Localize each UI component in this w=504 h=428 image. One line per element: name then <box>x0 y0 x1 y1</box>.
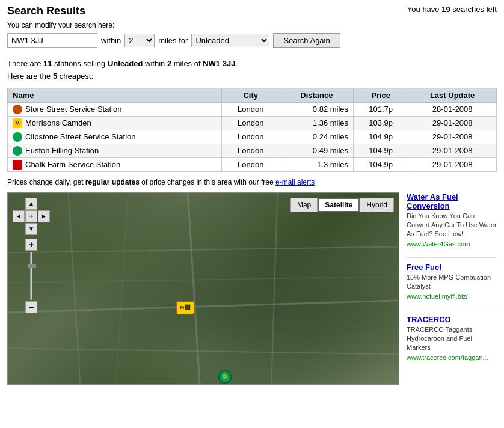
map-type-satellite-button[interactable]: Satellite <box>318 198 360 212</box>
summary-count: 11 <box>43 59 52 68</box>
station-name: Euston Filling Station <box>25 146 99 155</box>
map-controls: ▲ ◄ ✛ ► ▼ + − <box>13 198 50 313</box>
zoom-out-button[interactable]: − <box>25 301 37 313</box>
fuel-select[interactable]: Unleaded Super Unleaded Diesel Premium D… <box>191 34 269 47</box>
last-update-cell: 28-01-2008 <box>408 102 497 116</box>
price-note-text1: Prices change daily, get <box>7 178 85 186</box>
station-icon-bp <box>13 146 22 156</box>
map-ads-row: ▲ ◄ ✛ ► ▼ + − Map Satellite Hybrid <box>0 192 504 385</box>
svg-line-6 <box>116 193 128 384</box>
city-cell: London <box>221 157 280 171</box>
ad-url-2[interactable]: www.ncfuel.myffi.biz/ <box>407 293 497 300</box>
morrisons-marker[interactable]: M 🅾 <box>176 301 194 314</box>
station-name: Chalk Farm Service Station <box>25 160 120 169</box>
search-again-button[interactable]: Search Again <box>273 33 340 48</box>
miles-label: miles for <box>158 36 188 45</box>
city-cell: London <box>221 130 280 144</box>
last-update-cell: 29-01-2008 <box>408 144 497 157</box>
zoom-bar <box>30 252 32 300</box>
last-update-cell: 29-01-2008 <box>408 157 497 171</box>
ad-text-3: TRACERCO Taggants Hydrocarbon and Fuel M… <box>407 325 497 353</box>
nav-placeholder-br <box>38 223 50 235</box>
ad-item-1: Water As Fuel Conversion Did You Know Yo… <box>407 192 497 248</box>
ad-item-3: TRACERCO TRACERCO Taggants Hydrocarbon a… <box>407 315 497 361</box>
ad-title-3[interactable]: TRACERCO <box>407 315 497 324</box>
map-type-map-button[interactable]: Map <box>290 198 318 212</box>
ad-url-1[interactable]: www.Water4Gas.com <box>407 240 497 248</box>
ad-separator-1 <box>407 257 497 258</box>
station-icon-store <box>13 105 22 114</box>
last-update-cell: 29-01-2008 <box>408 130 497 144</box>
svg-line-3 <box>271 193 277 384</box>
svg-line-7 <box>8 277 398 283</box>
ad-text-2: 15% More MPG Combustion Catalyst <box>407 273 497 292</box>
zoom-handle[interactable] <box>28 264 36 268</box>
zoom-in-button[interactable]: + <box>25 239 37 251</box>
top-bar: Search Results You have 19 searches left <box>0 0 504 20</box>
table-row: Chalk Farm Service Station London 1.3 mi… <box>8 157 497 171</box>
last-update-cell: 29-01-2008 <box>408 116 497 130</box>
searches-left-prefix: You have <box>407 5 441 14</box>
svg-line-4 <box>8 246 398 252</box>
table-row: Clipstone Street Service Station London … <box>8 130 497 144</box>
page-title: Search Results <box>7 5 85 17</box>
distance-cell: 0.49 miles <box>280 144 353 157</box>
name-cell: Euston Filling Station <box>8 144 222 157</box>
svg-line-2 <box>188 193 200 384</box>
price-note: Prices change daily, get regular updates… <box>0 172 504 192</box>
map-roads-overlay <box>8 193 399 384</box>
map-zoom-control: + − <box>13 239 50 313</box>
distance-cell: 1.36 miles <box>280 116 353 130</box>
summary-line2-prefix: Here are the <box>7 72 53 81</box>
ad-url-3[interactable]: www.tracerco.com/taggan... <box>407 354 497 361</box>
city-cell: London <box>221 102 280 116</box>
map-type-controls: Map Satellite Hybrid <box>290 198 394 212</box>
nav-up-button[interactable]: ▲ <box>25 198 37 210</box>
price-cell: 104.9p <box>354 130 408 144</box>
col-header-last-update: Last Update <box>408 88 497 102</box>
map-navigation: ▲ ◄ ✛ ► ▼ <box>13 198 50 235</box>
distance-cell: 0.82 miles <box>280 102 353 116</box>
summary-mid3: miles of <box>171 59 203 68</box>
station-name: Clipstone Street Service Station <box>25 132 136 141</box>
summary-postcode: NW1 3JJ <box>203 59 235 68</box>
distance-cell: 1.3 miles <box>280 157 353 171</box>
modify-text: You can modify your search here: <box>7 21 497 29</box>
map-container[interactable]: ▲ ◄ ✛ ► ▼ + − Map Satellite Hybrid <box>7 192 399 385</box>
city-cell: London <box>221 144 280 157</box>
email-alerts-link[interactable]: e-mail alerts <box>275 178 315 186</box>
searches-left-suffix: searches left <box>450 5 497 14</box>
ad-title-2[interactable]: Free Fuel <box>407 263 497 272</box>
nav-right-button[interactable]: ► <box>38 210 50 222</box>
ad-text-1: Did You Know You Can Convert Any Car To … <box>407 212 497 239</box>
postcode-input[interactable] <box>7 33 97 48</box>
nav-center-button[interactable]: ✛ <box>25 210 37 222</box>
results-table: Name City Distance Price Last Update Sto… <box>7 88 497 172</box>
miles-select[interactable]: 1 2 5 10 15 20 <box>124 34 155 47</box>
nav-left-button[interactable]: ◄ <box>13 210 25 222</box>
ad-item-2: Free Fuel 15% More MPG Combustion Cataly… <box>407 263 497 300</box>
summary-line2-suffix: cheapest: <box>57 72 93 81</box>
within-label: within <box>101 36 121 45</box>
svg-line-0 <box>8 300 398 312</box>
price-cell: 104.9p <box>354 144 408 157</box>
table-row: Store Street Service Station London 0.82… <box>8 102 497 116</box>
station-icon-esso <box>13 160 22 170</box>
station-icon-bp <box>13 132 22 142</box>
summary-fuel: Unleaded <box>108 59 143 68</box>
searches-count: 19 <box>441 5 450 14</box>
col-header-distance: Distance <box>280 88 353 102</box>
bp-marker[interactable]: 🟢 <box>218 370 232 384</box>
ads-panel: Water As Fuel Conversion Did You Know Yo… <box>399 192 497 385</box>
table-row: M Morrisons Camden London 1.36 miles 103… <box>8 116 497 130</box>
price-cell: 103.9p <box>354 116 408 130</box>
nav-placeholder-bl <box>13 223 25 235</box>
name-cell: Store Street Service Station <box>8 102 222 116</box>
summary-mid2: within <box>143 59 167 68</box>
nav-down-button[interactable]: ▼ <box>25 223 37 235</box>
ad-title-1[interactable]: Water As Fuel Conversion <box>407 192 497 210</box>
map-type-hybrid-button[interactable]: Hybrid <box>360 198 394 212</box>
searches-left: You have 19 searches left <box>407 5 497 14</box>
nav-placeholder-tr <box>38 198 50 210</box>
price-cell: 101.7p <box>354 102 408 116</box>
